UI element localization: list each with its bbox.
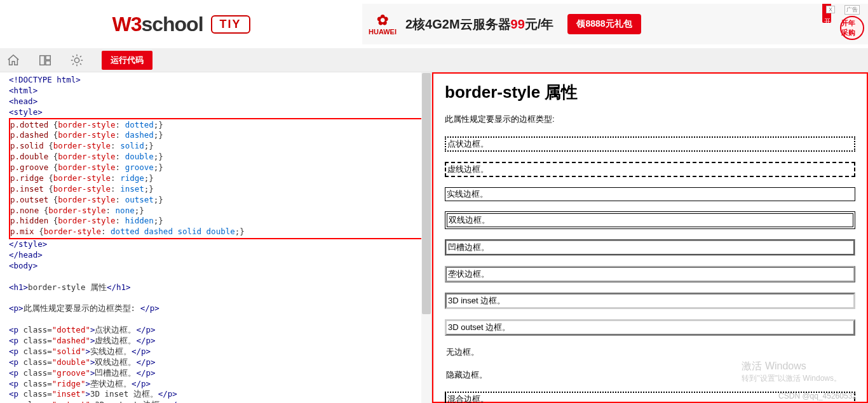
logo-area: W3school TIY	[0, 13, 362, 36]
result-list: 点状边框。虚线边框。实线边框。双线边框。凹槽边框。垄状边框。3D inset 边…	[445, 136, 855, 403]
editor-scrollbar[interactable]	[421, 72, 431, 403]
demo-border-hidden: 隐藏边框。	[445, 369, 855, 381]
demo-border-none: 无边框。	[445, 346, 855, 359]
ad-close-button[interactable]: X	[826, 6, 835, 13]
run-code-button[interactable]: 运行代码	[102, 51, 153, 70]
result-desc: 此属性规定要显示的边框类型:	[445, 114, 855, 125]
demo-border-outset: 3D outset 边框。	[445, 319, 855, 336]
theme-icon[interactable]	[70, 53, 84, 67]
demo-border-solid: 实线边框。	[445, 187, 855, 201]
layout-icon[interactable]	[38, 53, 52, 67]
tiy-badge: TIY	[211, 15, 250, 34]
logo-school: school	[141, 13, 203, 36]
main-area: <!DOCTYPE html> <html> <head> <style> p.…	[0, 72, 868, 403]
result-pane: border-style 属性 此属性规定要显示的边框类型: 点状边框。虚线边框…	[432, 72, 868, 403]
demo-border-double: 双线边框。	[445, 211, 855, 229]
editor-pane: <!DOCTYPE html> <html> <head> <style> p.…	[0, 72, 432, 403]
demo-border-inset: 3D inset 边框。	[445, 293, 855, 309]
code-editor[interactable]: <!DOCTYPE html> <html> <head> <style> p.…	[0, 72, 431, 403]
toolbar: 运行代码	[0, 48, 868, 72]
ad-cta-button[interactable]: 领8888元礼包	[567, 14, 641, 34]
svg-rect-1	[46, 55, 50, 59]
site-logo[interactable]: W3school	[112, 13, 203, 36]
header: W3school TIY ✿HUAWEI 2核4G2M云服务器99元/年 领88…	[0, 0, 868, 48]
demo-border-groove: 凹槽边框。	[445, 239, 855, 256]
csdn-watermark: CSDN @qq_45260532	[778, 392, 857, 400]
ad-banner[interactable]: ✿HUAWEI 2核4G2M云服务器99元/年 领8888元礼包 开 X 广告 …	[362, 4, 868, 44]
svg-rect-2	[46, 60, 50, 64]
ad-text: 2核4G2M云服务器99元/年	[405, 16, 553, 33]
svg-rect-0	[40, 55, 44, 65]
result-title: border-style 属性	[445, 81, 855, 103]
demo-border-dashed: 虚线边框。	[445, 162, 855, 177]
ad-tag-label: 广告	[844, 5, 860, 15]
home-icon[interactable]	[6, 53, 20, 67]
demo-border-ridge: 垄状边框。	[445, 266, 855, 282]
huawei-logo: ✿HUAWEI	[369, 13, 397, 36]
demo-border-dotted: 点状边框。	[445, 136, 855, 152]
svg-point-3	[74, 58, 79, 62]
logo-w3: W3	[112, 13, 141, 36]
ad-circle-badge: 开年 采购	[840, 16, 864, 40]
